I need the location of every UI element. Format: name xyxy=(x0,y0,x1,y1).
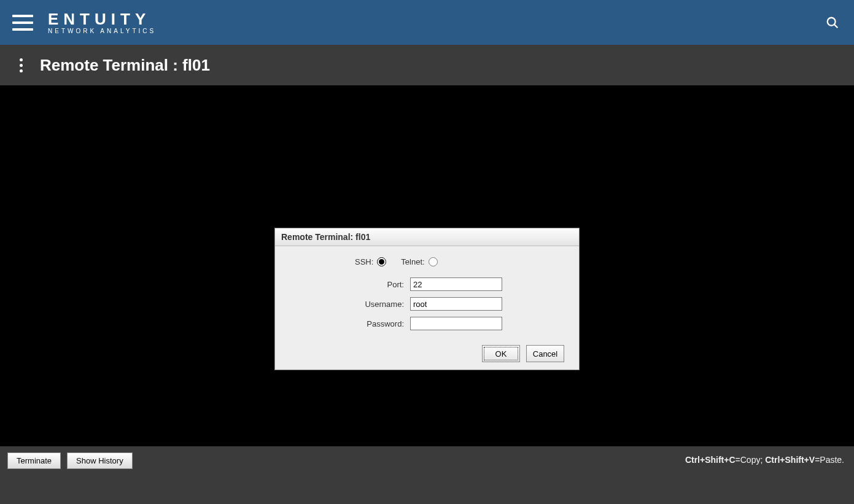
shortcut-hint: Ctrl+Shift+C=Copy; Ctrl+Shift+V=Paste. xyxy=(685,452,847,465)
connection-dialog: Remote Terminal: fl01 SSH: Telnet: Port:… xyxy=(274,228,580,370)
telnet-radio-group: Telnet: xyxy=(401,257,437,266)
ssh-radio-group: SSH: xyxy=(355,257,386,266)
telnet-label: Telnet: xyxy=(401,257,424,266)
username-row: Username: xyxy=(287,297,567,311)
password-input[interactable] xyxy=(410,317,502,330)
terminal-canvas[interactable]: Remote Terminal: fl01 SSH: Telnet: Port:… xyxy=(0,85,854,446)
protocol-row: SSH: Telnet: xyxy=(287,257,567,266)
username-label: Username: xyxy=(355,300,404,309)
dialog-body: SSH: Telnet: Port: Username: Password: xyxy=(275,246,579,370)
port-input[interactable] xyxy=(410,277,502,291)
dialog-title: Remote Terminal: fl01 xyxy=(275,228,579,246)
ssh-label: SSH: xyxy=(355,257,373,266)
telnet-radio[interactable] xyxy=(429,257,438,266)
password-label: Password: xyxy=(355,319,404,328)
copy-shortcut-key: Ctrl+Shift+C xyxy=(685,455,736,465)
cancel-button[interactable]: Cancel xyxy=(526,345,564,362)
bottom-buttons: Terminate Show History xyxy=(7,452,133,469)
paste-shortcut-key: Ctrl+Shift+V xyxy=(765,455,815,465)
paste-shortcut-text: =Paste. xyxy=(815,455,844,465)
ok-button[interactable]: OK xyxy=(482,345,520,362)
page-title: Remote Terminal : fl01 xyxy=(40,56,210,75)
username-input[interactable] xyxy=(410,297,502,311)
copy-shortcut-text: =Copy; xyxy=(736,455,766,465)
ssh-radio[interactable] xyxy=(377,257,386,266)
svg-line-1 xyxy=(834,24,838,28)
port-label: Port: xyxy=(355,280,404,289)
port-row: Port: xyxy=(287,277,567,291)
brand-logo: ENTUITY NETWORK ANALYTICS xyxy=(48,11,156,34)
show-history-button[interactable]: Show History xyxy=(67,452,133,469)
search-icon[interactable] xyxy=(826,16,839,29)
dialog-buttons: OK Cancel xyxy=(287,336,567,362)
brand-sub-text: NETWORK ANALYTICS xyxy=(48,28,156,34)
terminate-button[interactable]: Terminate xyxy=(7,452,61,469)
brand-main-text: ENTUITY xyxy=(48,11,156,27)
menu-icon[interactable] xyxy=(12,15,33,31)
bottom-bar: Terminate Show History Ctrl+Shift+C=Copy… xyxy=(0,446,854,504)
svg-point-0 xyxy=(828,17,836,25)
kebab-menu-icon[interactable] xyxy=(20,58,23,72)
top-header: ENTUITY NETWORK ANALYTICS xyxy=(0,0,854,45)
sub-header: Remote Terminal : fl01 xyxy=(0,45,854,85)
password-row: Password: xyxy=(287,317,567,330)
